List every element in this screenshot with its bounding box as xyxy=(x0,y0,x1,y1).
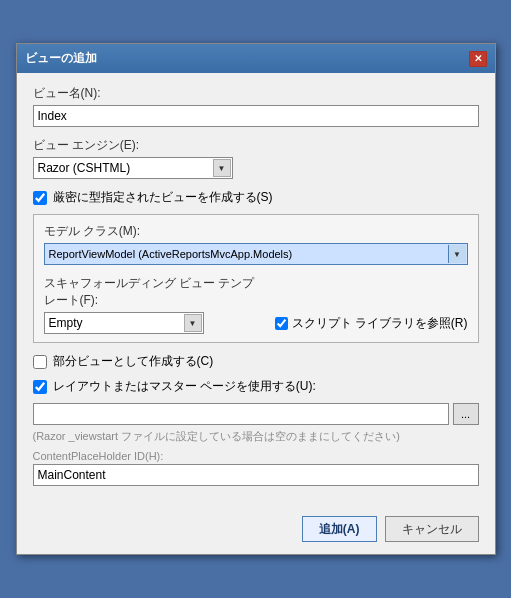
dialog-footer: 追加(A) キャンセル xyxy=(17,508,495,554)
script-ref-label[interactable]: スクリプト ライブラリを参照(R) xyxy=(292,315,468,332)
layout-label[interactable]: レイアウトまたはマスター ページを使用する(U): xyxy=(53,378,316,395)
add-button[interactable]: 追加(A) xyxy=(302,516,377,542)
script-ref-row: スクリプト ライブラリを参照(R) xyxy=(275,315,468,332)
view-engine-group: ビュー エンジン(E): Razor (CSHTML) ▼ xyxy=(33,137,479,179)
scaffold-group: スキャフォールディング ビュー テンプレート(F): Empty ▼ xyxy=(44,275,265,334)
layout-path-input[interactable] xyxy=(33,403,449,425)
browse-button[interactable]: ... xyxy=(453,403,479,425)
strongly-typed-row: 厳密に型指定されたビューを作成する(S) xyxy=(33,189,479,206)
view-engine-select[interactable]: Razor (CSHTML) xyxy=(33,157,233,179)
layout-checkbox[interactable] xyxy=(33,380,47,394)
content-placeholder-label: ContentPlaceHolder ID(H): xyxy=(33,450,479,462)
partial-view-checkbox[interactable] xyxy=(33,355,47,369)
title-bar: ビューの追加 ✕ xyxy=(17,44,495,73)
scaffold-select-container: Empty ▼ xyxy=(44,312,204,334)
content-placeholder-input[interactable] xyxy=(33,464,479,486)
model-section: モデル クラス(M): ReportViewModel (ActiveRepor… xyxy=(33,214,479,343)
scaffold-label: スキャフォールディング ビュー テンプレート(F): xyxy=(44,275,265,309)
model-class-select[interactable]: ReportViewModel (ActiveReportsMvcApp.Mod… xyxy=(44,243,468,265)
close-button[interactable]: ✕ xyxy=(469,51,487,67)
layout-section: ... (Razor _viewstart ファイルに設定している場合は空のまま… xyxy=(33,403,479,444)
hint-text: (Razor _viewstart ファイルに設定している場合は空のままにしてく… xyxy=(33,429,479,444)
dialog-title: ビューの追加 xyxy=(25,50,97,67)
model-class-group: モデル クラス(M): ReportViewModel (ActiveRepor… xyxy=(44,223,468,265)
strongly-typed-label[interactable]: 厳密に型指定されたビューを作成する(S) xyxy=(53,189,273,206)
partial-view-label[interactable]: 部分ビューとして作成する(C) xyxy=(53,353,214,370)
scaffold-row: スキャフォールディング ビュー テンプレート(F): Empty ▼ スクリプト… xyxy=(44,275,468,334)
partial-view-row: 部分ビューとして作成する(C) xyxy=(33,353,479,370)
script-ref-checkbox[interactable] xyxy=(275,317,288,330)
strongly-typed-checkbox[interactable] xyxy=(33,191,47,205)
scaffold-select[interactable]: Empty xyxy=(44,312,204,334)
view-engine-select-container: Razor (CSHTML) ▼ xyxy=(33,157,233,179)
view-name-input[interactable] xyxy=(33,105,479,127)
content-placeholder-group: ContentPlaceHolder ID(H): xyxy=(33,450,479,486)
view-name-group: ビュー名(N): xyxy=(33,85,479,127)
form-content: ビュー名(N): ビュー エンジン(E): Razor (CSHTML) ▼ 厳… xyxy=(17,73,495,508)
cancel-button[interactable]: キャンセル xyxy=(385,516,479,542)
model-class-label: モデル クラス(M): xyxy=(44,223,468,240)
view-name-label: ビュー名(N): xyxy=(33,85,479,102)
close-icon: ✕ xyxy=(474,53,482,64)
title-bar-buttons: ✕ xyxy=(469,51,487,67)
add-view-dialog: ビューの追加 ✕ ビュー名(N): ビュー エンジン(E): Razor (CS… xyxy=(16,43,496,555)
view-engine-label: ビュー エンジン(E): xyxy=(33,137,479,154)
model-class-select-container: ReportViewModel (ActiveReportsMvcApp.Mod… xyxy=(44,243,468,265)
layout-row: レイアウトまたはマスター ページを使用する(U): xyxy=(33,378,479,395)
layout-input-row: ... xyxy=(33,403,479,425)
